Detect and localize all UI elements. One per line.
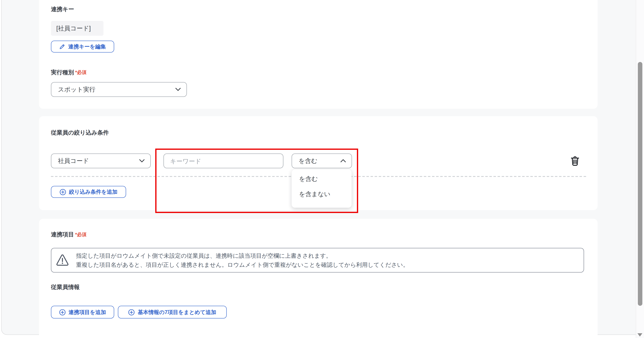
add-integration-item-button[interactable]: 連携項目を追加 xyxy=(51,306,114,319)
plus-circle-icon xyxy=(128,309,135,316)
execution-type-select[interactable]: スポット実行 xyxy=(51,82,187,97)
vertical-scrollbar xyxy=(636,0,644,338)
scrollbar-thumb[interactable] xyxy=(638,62,642,306)
filter-field-select[interactable]: 社員コード xyxy=(51,153,151,168)
chevron-down-icon xyxy=(175,88,180,91)
scrollbar-down-arrow[interactable] xyxy=(638,333,642,337)
filter-conditions-card: 従業員の絞り込み条件 社員コード を含む を含む を含まない xyxy=(39,116,598,210)
required-badge: *必須 xyxy=(75,232,86,237)
delete-condition-button[interactable] xyxy=(570,155,581,166)
keyword-input[interactable] xyxy=(164,153,283,168)
edit-integration-key-button[interactable]: 連携キーを編集 xyxy=(51,41,114,52)
plus-circle-icon xyxy=(59,309,66,316)
integration-key-label: 連携キー xyxy=(51,6,74,13)
operator-option-contains[interactable]: を含む xyxy=(292,173,352,185)
warning-box: 指定した項目がロウムメイト側で未設定の従業員は、連携時に該当項目が空欄に上書きさ… xyxy=(51,248,584,273)
add-basic-info-bundle-button[interactable]: 基本情報の7項目をまとめて追加 xyxy=(118,306,227,319)
plus-circle-icon xyxy=(60,189,66,195)
integration-key-value: [社員コード] xyxy=(51,21,104,36)
integration-items-card: 連携項目*必須 指定した項目がロウムメイト側で未設定の従業員は、連携時に該当項目… xyxy=(39,219,598,338)
integration-key-card: 連携キー [社員コード] 連携キーを編集 実行種別*必須 スポット実行 xyxy=(39,0,598,109)
execution-type-label: 実行種別*必須 xyxy=(51,69,86,76)
warning-text: 指定した項目がロウムメイト側で未設定の従業員は、連携時に該当項目が空欄に上書きさ… xyxy=(76,251,409,269)
operator-dropdown-menu: を含む を含まない xyxy=(292,170,352,208)
chevron-down-icon xyxy=(139,159,144,162)
integration-items-label: 連携項目*必須 xyxy=(51,231,86,239)
trash-icon xyxy=(570,156,581,166)
employee-info-subsection-label: 従業員情報 xyxy=(51,284,80,291)
required-badge: *必須 xyxy=(75,70,86,75)
chevron-up-icon xyxy=(340,159,346,162)
operator-option-not-contains[interactable]: を含まない xyxy=(292,188,352,201)
settings-page: 連携キー [社員コード] 連携キーを編集 実行種別*必須 スポット実行 xyxy=(0,0,644,338)
warning-triangle-icon xyxy=(56,254,69,266)
pencil-icon xyxy=(59,43,66,49)
add-condition-button[interactable]: 絞り込み条件を追加 xyxy=(51,186,126,198)
filter-conditions-title: 従業員の絞り込み条件 xyxy=(51,129,109,137)
filter-operator-select[interactable]: を含む xyxy=(292,153,352,168)
